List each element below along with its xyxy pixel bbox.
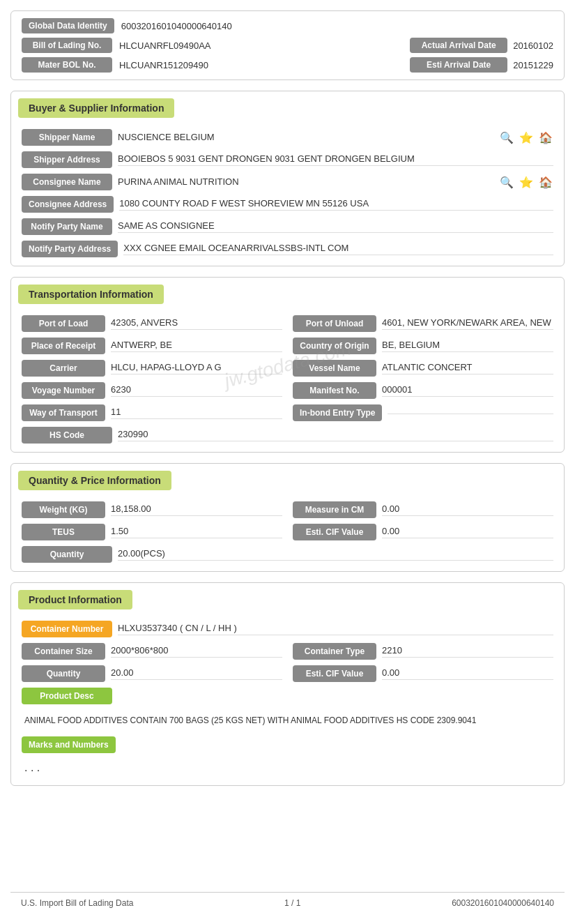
actual-arrival-value: 20160102: [513, 40, 553, 51]
transport-inbond-row: Way of Transport 11 In-bond Entry Type: [22, 404, 553, 421]
footer-center: 1 / 1: [284, 898, 300, 908]
voyage-label: Voyage Number: [22, 382, 105, 399]
marks-numbers-row: Marks and Numbers: [22, 736, 553, 753]
container-number-value: HLXU3537340 ( CN / L / HH ): [118, 623, 553, 635]
master-bol-label: Mater BOL No.: [22, 57, 112, 73]
container-type-col: Container Type 2210: [293, 643, 553, 660]
quantity-price-header: Quantity & Price Information: [18, 471, 171, 490]
consignee-name-row: Consignee Name PURINA ANIMAL NUTRITION 🔍…: [22, 174, 553, 190]
container-size-value: 2000*806*800: [111, 645, 282, 658]
product-desc-text: ANIMAL FOOD ADDITIVES CONTAIN 700 BAGS (…: [22, 710, 553, 731]
receipt-label: Place of Receipt: [22, 338, 105, 354]
shipper-star-icon[interactable]: ⭐: [519, 130, 534, 145]
shipper-name-value: NUSCIENCE BELGIUM: [118, 132, 492, 144]
consignee-name-value: PURINA ANIMAL NUTRITION: [118, 176, 492, 188]
consignee-icon-group: 🔍 ⭐ 🏠: [499, 174, 553, 190]
consignee-address-value: 1080 COUNTY ROAD F WEST SHOREVIEW MN 551…: [119, 198, 553, 211]
notify-address-row: Notify Party Address XXX CGNEE EMAIL OCE…: [22, 241, 553, 257]
marks-numbers-label: Marks and Numbers: [22, 736, 116, 753]
shipper-icon-group: 🔍 ⭐ 🏠: [499, 130, 553, 145]
port-load-col: Port of Load 42305, ANVERS: [22, 315, 282, 332]
identity-section: Global Data Identity 6003201601040000640…: [10, 10, 565, 80]
shipper-name-label: Shipper Name: [22, 129, 112, 146]
bol-value: HLCUANRFL09490AA: [119, 40, 410, 51]
product-desc-label: Product Desc: [22, 688, 112, 704]
vessel-col: Vessel Name ATLANTIC CONCERT: [293, 360, 553, 377]
transportation-body: Port of Load 42305, ANVERS Port of Unloa…: [11, 310, 564, 452]
notify-address-value: XXX CGNEE EMAIL OCEANARRIVALSSBS-INTL CO…: [123, 243, 553, 255]
teus-value: 1.50: [111, 526, 282, 538]
shipper-address-label: Shipper Address: [22, 151, 112, 168]
notify-name-value: SAME AS CONSIGNEE: [118, 220, 553, 233]
measure-col: Measure in CM 0.00: [293, 501, 553, 518]
port-row: Port of Load 42305, ANVERS Port of Unloa…: [22, 315, 553, 332]
product-cif-value: 0.00: [382, 667, 553, 680]
inbond-col: In-bond Entry Type: [293, 404, 553, 421]
notify-name-label: Notify Party Name: [22, 218, 112, 235]
weight-col: Weight (KG) 18,158.00: [22, 501, 282, 518]
bol-label: Bill of Lading No.: [22, 38, 112, 53]
footer-right: 6003201601040000640140: [452, 898, 554, 908]
product-quantity-label: Quantity: [22, 665, 105, 682]
shipper-search-icon[interactable]: 🔍: [499, 130, 514, 145]
carrier-value: HLCU, HAPAG-LLOYD A G: [111, 362, 282, 374]
hs-code-row: HS Code 230990: [22, 427, 553, 444]
bol-row: Bill of Lading No. HLCUANRFL09490AA Actu…: [22, 38, 553, 53]
product-info-body: Container Number HLXU3537340 ( CN / L / …: [11, 615, 564, 785]
voyage-manifest-row: Voyage Number 6230 Manifest No. 000001: [22, 382, 553, 399]
container-size-col: Container Size 2000*806*800: [22, 643, 282, 660]
shipper-home-icon[interactable]: 🏠: [538, 130, 553, 145]
product-cif-label: Esti. CIF Value: [293, 665, 376, 682]
quantity-label: Quantity: [22, 546, 112, 563]
shipper-address-row: Shipper Address BOOIEBOS 5 9031 GENT DRO…: [22, 151, 553, 168]
product-quantity-col: Quantity 20.00: [22, 665, 282, 682]
product-quantity-value: 20.00: [111, 667, 282, 680]
inbond-value: [388, 412, 553, 414]
esti-arrival-label: Esti Arrival Date: [410, 57, 507, 73]
port-unload-value: 4601, NEW YORK/NEWARK AREA, NEW: [382, 317, 553, 330]
quantity-price-body: Weight (KG) 18,158.00 Measure in CM 0.00…: [11, 496, 564, 571]
shipper-address-value: BOOIEBOS 5 9031 GENT DRONGEN 9031 GENT D…: [118, 153, 553, 166]
weight-measure-row: Weight (KG) 18,158.00 Measure in CM 0.00: [22, 501, 553, 518]
hs-code-value: 230990: [118, 429, 553, 441]
consignee-address-row: Consignee Address 1080 COUNTY ROAD F WES…: [22, 196, 553, 213]
container-size-label: Container Size: [22, 643, 105, 660]
container-size-type-row: Container Size 2000*806*800 Container Ty…: [22, 643, 553, 660]
quantity-price-section: Quantity & Price Information Weight (KG)…: [10, 463, 565, 572]
product-desc-row: Product Desc: [22, 688, 553, 704]
esti-arrival-value: 20151229: [513, 60, 553, 70]
global-data-value: 6003201601040000640140: [121, 21, 232, 31]
manifest-label: Manifest No.: [293, 382, 376, 399]
manifest-col: Manifest No. 000001: [293, 382, 553, 399]
port-load-value: 42305, ANVERS: [111, 317, 282, 330]
port-unload-label: Port of Unload: [293, 315, 376, 332]
measure-label: Measure in CM: [293, 501, 376, 518]
esti-cif-col: Esti. CIF Value 0.00: [293, 524, 553, 540]
master-bol-row: Mater BOL No. HLCUANR151209490 Esti Arri…: [22, 57, 553, 73]
quantity-value: 20.00(PCS): [118, 548, 553, 561]
carrier-col: Carrier HLCU, HAPAG-LLOYD A G: [22, 360, 282, 377]
consignee-search-icon[interactable]: 🔍: [499, 174, 514, 190]
marks-numbers-value: . . .: [22, 759, 553, 777]
buyer-supplier-header: Buyer & Supplier Information: [18, 98, 174, 118]
receipt-origin-row: Place of Receipt ANTWERP, BE Country of …: [22, 338, 553, 354]
notify-address-label: Notify Party Address: [22, 241, 118, 257]
actual-arrival-label: Actual Arrival Date: [410, 38, 507, 53]
page-wrapper: Global Data Identity 6003201601040000640…: [0, 0, 575, 924]
transport-value: 11: [111, 407, 282, 419]
container-type-value: 2210: [382, 645, 553, 658]
vessel-label: Vessel Name: [293, 360, 376, 377]
transport-label: Way of Transport: [22, 404, 105, 421]
manifest-value: 000001: [382, 384, 553, 397]
consignee-home-icon[interactable]: 🏠: [538, 174, 553, 190]
weight-value: 18,158.00: [111, 503, 282, 516]
buyer-supplier-body: Shipper Name NUSCIENCE BELGIUM 🔍 ⭐ 🏠 Shi…: [11, 123, 564, 266]
consignee-star-icon[interactable]: ⭐: [519, 174, 534, 190]
quantity-row: Quantity 20.00(PCS): [22, 546, 553, 563]
consignee-address-label: Consignee Address: [22, 196, 114, 213]
global-data-row: Global Data Identity 6003201601040000640…: [22, 18, 553, 33]
teus-label: TEUS: [22, 524, 105, 540]
product-info-section: Product Information Container Number HLX…: [10, 582, 565, 786]
container-number-label: Container Number: [22, 621, 112, 637]
buyer-supplier-section: Buyer & Supplier Information Shipper Nam…: [10, 91, 565, 266]
